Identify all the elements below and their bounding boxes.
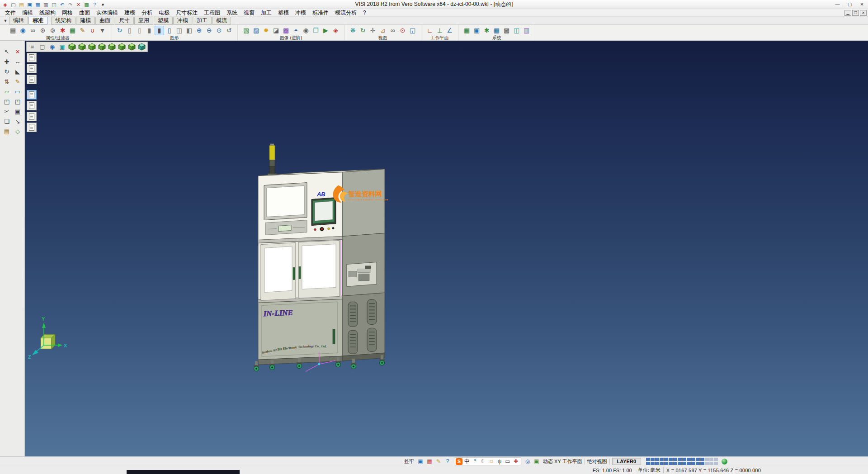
gfx-refresh-icon[interactable]: ↻ [115, 26, 124, 35]
sys-snap-icon[interactable]: ▩ [502, 26, 511, 35]
menu-item-3[interactable]: 网格 [59, 9, 76, 17]
menu-item-16[interactable]: 标准件 [309, 9, 332, 17]
view-glasses-icon[interactable]: ∞ [388, 26, 397, 35]
lt-solid-icon[interactable]: ▭ [13, 87, 23, 96]
lt-mirror-icon[interactable]: ◣ [13, 67, 23, 76]
menu-item-4[interactable]: 曲面 [76, 9, 93, 17]
undo-icon[interactable]: ↶ [58, 1, 66, 8]
view-rotate-icon[interactable]: ↻ [358, 26, 368, 35]
vp-view-iso-icon[interactable] [67, 43, 77, 51]
sogou-logo-icon[interactable]: S [456, 458, 462, 465]
attr-color-icon[interactable]: ▦ [68, 26, 77, 35]
gfx-spin-icon[interactable]: ↺ [224, 26, 234, 35]
save-icon[interactable]: ▣ [26, 1, 33, 8]
display-mode-button-4[interactable] [27, 101, 37, 110]
sys-calculator-icon[interactable]: ◫ [512, 26, 521, 35]
menu-item-5[interactable]: 实体编辑 [93, 9, 121, 17]
toolbar-tab-1[interactable]: 标准 [28, 17, 47, 24]
viewport-3d-canvas[interactable]: AB [25, 41, 868, 456]
menu-item-13[interactable]: 加工 [258, 9, 275, 17]
mdi-close-button[interactable]: ✕ [860, 10, 867, 16]
sys-monitor-icon[interactable]: ▣ [472, 26, 481, 35]
mdi-restore-button[interactable]: ❐ [852, 10, 859, 16]
menu-item-12[interactable]: 视窗 [241, 9, 258, 17]
lt-corner-round-icon[interactable]: ◳ [13, 97, 23, 106]
menu-item-6[interactable]: 建模 [121, 9, 138, 17]
vp-view-dynamic-icon[interactable] [137, 43, 146, 51]
save-all-icon[interactable]: ▦ [34, 1, 42, 8]
attr-pen-icon[interactable]: ✎ [78, 26, 87, 35]
minimize-button[interactable]: — [831, 0, 844, 9]
toolbar-tab-5[interactable]: 尺寸 [115, 17, 134, 24]
toolbar-tab-0[interactable]: 编辑 [9, 17, 28, 24]
print-icon[interactable]: ▥ [42, 1, 50, 8]
workplane-dynamic-icon[interactable]: ⊥ [435, 26, 444, 35]
menu-item-1[interactable]: 编辑 [19, 9, 36, 17]
close-button[interactable]: ✕ [856, 0, 868, 9]
ime-keyboard-icon[interactable]: ▭ [504, 458, 511, 465]
view-ruler-icon[interactable]: ⊿ [378, 26, 387, 35]
img-snapshot-icon[interactable]: ❐ [311, 26, 321, 35]
lt-extend-icon[interactable]: ▣ [13, 107, 23, 116]
mdi-minimize-button[interactable]: ▁ [844, 10, 851, 16]
vp-shade-mode-icon[interactable]: ▢ [38, 43, 47, 51]
help-icon[interactable]: ? [91, 1, 99, 8]
lt-point-icon[interactable]: ✚ [2, 57, 12, 66]
menu-item-10[interactable]: 工程图 [201, 9, 223, 17]
menu-item-14[interactable]: 塑模 [275, 9, 292, 17]
vp-view-top-icon[interactable] [117, 43, 127, 51]
open-file-icon[interactable]: ▤ [18, 1, 25, 8]
lt-move-icon[interactable]: ↔ [13, 57, 23, 66]
attr-display-icon[interactable]: ◉ [18, 26, 28, 35]
status-tools-icon[interactable]: ▦ [425, 458, 434, 465]
lt-edit-icon[interactable]: ✎ [13, 77, 23, 86]
toolbar-tab-3[interactable]: 建模 [76, 17, 95, 24]
vp-menu-icon[interactable]: ≡ [28, 43, 37, 51]
sys-colors-icon[interactable]: ▦ [462, 26, 472, 35]
vp-view-bottom-icon[interactable] [127, 43, 137, 51]
display-mode-button-2[interactable] [27, 75, 37, 84]
attr-style-icon[interactable]: ✱ [58, 26, 67, 35]
attr-filter-icon[interactable]: ▼ [98, 26, 107, 35]
viewport-3d[interactable]: AB [25, 41, 868, 456]
toolbar-tab-6[interactable]: 应用 [134, 17, 153, 24]
img-shadow-icon[interactable]: ◪ [271, 26, 281, 35]
lt-align-icon[interactable]: ⇅ [2, 77, 12, 86]
new-file-icon[interactable]: ▢ [9, 1, 17, 8]
attr-properties-icon[interactable]: ▤ [8, 26, 18, 35]
img-animate-icon[interactable]: ▶ [321, 26, 330, 35]
img-texture-icon[interactable]: ▩ [281, 26, 291, 35]
gfx-zoom-out-icon[interactable]: ⊖ [204, 26, 214, 35]
delete-icon[interactable]: ✕ [75, 1, 82, 8]
img-stereo-icon[interactable]: ◈ [331, 26, 340, 35]
gfx-zoom-in-icon[interactable]: ⊕ [194, 26, 204, 35]
ime-mode-icon[interactable]: 中 [463, 458, 471, 465]
vp-view-back-icon[interactable] [87, 43, 97, 51]
gfx-wireframe-icon[interactable]: ▯ [125, 26, 134, 35]
view-iso-icon[interactable]: ❋ [348, 26, 358, 35]
display-mode-button-3[interactable] [27, 90, 37, 100]
attr-magnet-icon[interactable]: ∪ [88, 26, 97, 35]
ime-night-icon[interactable]: ☾ [480, 458, 487, 465]
toolbar-tab-8[interactable]: 冲模 [173, 17, 192, 24]
vp-view-right-icon[interactable] [107, 43, 117, 51]
grid-icon[interactable]: ▩ [83, 1, 90, 8]
lt-copy-icon[interactable]: ❏ [2, 117, 12, 126]
gfx-section-icon[interactable]: ◧ [184, 26, 194, 35]
status-display-icon[interactable]: ▣ [416, 458, 425, 465]
img-render-icon[interactable]: ▧ [241, 26, 251, 35]
menu-item-17[interactable]: 模流分析 [332, 9, 360, 17]
status-plane-icon[interactable]: ▣ [533, 458, 541, 465]
view-target-icon[interactable]: ⊙ [398, 26, 407, 35]
lt-surface-icon[interactable]: ▱ [2, 87, 12, 96]
vp-refresh-icon[interactable]: ▣ [57, 43, 67, 51]
status-note-icon[interactable]: ✎ [434, 458, 443, 465]
ime-punct-icon[interactable]: ° [472, 458, 479, 465]
img-material-icon[interactable]: ▨ [251, 26, 261, 35]
display-mode-button-1[interactable] [27, 64, 37, 73]
active-layer-indicator[interactable]: LAYER0 [612, 458, 641, 465]
workplane-custom-icon[interactable]: ∠ [445, 26, 454, 35]
lt-trim-icon[interactable]: ✂ [2, 107, 12, 116]
qat-dropdown[interactable]: ▾ [99, 1, 107, 8]
toolbar-tab-7[interactable]: 塑膜 [154, 17, 173, 24]
